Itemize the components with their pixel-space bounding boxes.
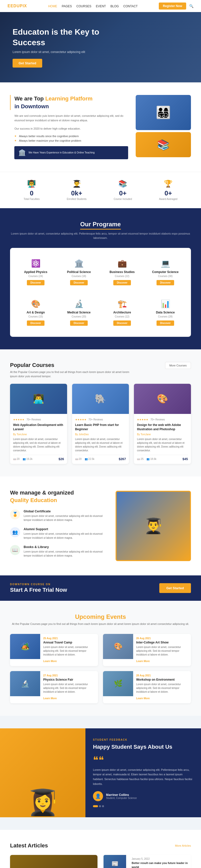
- cta-banner: DOWNTOWN COURSE ON Start A Free Trial No…: [0, 576, 201, 601]
- quality-section: We manage & organized Quality Education …: [0, 476, 201, 576]
- course-card-laravel: 👨‍💻 ★★★★★ 70+ Reviews Web Application De…: [10, 384, 67, 464]
- nav-blog[interactable]: BLOG: [110, 4, 119, 8]
- stat-number-awards: 0+: [159, 189, 177, 197]
- hero-section: Educaton is the Key to Success Lorem ips…: [0, 12, 201, 82]
- hero-subtitle: Lorem ipsum dolor sit amet, consectetur …: [12, 50, 113, 54]
- testimonial-image: 👩‍🎓: [0, 728, 85, 817]
- logo[interactable]: EEDUPIX: [7, 4, 27, 8]
- program-name-cs: Computer Science: [150, 270, 181, 274]
- program-card-medical: 🔬 Medical Science Courses (20) Discover: [59, 294, 98, 331]
- stat-icon-courses: 📚: [114, 180, 132, 188]
- programs-title: Our Programe: [10, 221, 191, 229]
- programs-section: Our Programe Lorem ipsum dolor sit amet,…: [0, 208, 201, 349]
- course-author-design: By TomJane: [137, 433, 188, 436]
- event-link-environment[interactable]: Learn More: [136, 697, 150, 700]
- program-discover-medical[interactable]: Discover: [70, 320, 88, 326]
- article-featured: 🏛️ January 5, 2022 Basic Component of Ad…: [10, 855, 97, 868]
- courses-header-left: Popular Courses At the Popular Courses p…: [10, 362, 136, 379]
- nav-courses[interactable]: COURSES: [76, 4, 91, 8]
- program-card-business: 💼 Business Studies Courses (22) Discover: [103, 254, 142, 290]
- program-discover-political[interactable]: Discover: [70, 280, 88, 285]
- course-reviews-laravel: 70+ Reviews: [26, 418, 41, 421]
- cta-button[interactable]: Get Started: [159, 583, 191, 593]
- course-price-laravel: $26: [59, 457, 64, 461]
- program-courses-physics: Courses (24): [20, 275, 51, 278]
- course-students-laravel: 👥 19.2k: [23, 458, 32, 460]
- program-discover-cs[interactable]: Discover: [156, 280, 174, 285]
- register-button[interactable]: Register Now: [159, 2, 186, 9]
- program-card-cs: 💻 Computer Science Courses (30) Discover: [146, 254, 185, 290]
- article-small-img-1: 📰: [104, 855, 126, 868]
- stat-faculties: 👨‍🏫 0 Total Faculties: [24, 180, 40, 200]
- program-name-architecture: Architecture: [107, 311, 138, 314]
- author-info: Marriner Collins Student, Computer Scien…: [106, 793, 137, 800]
- event-date-environment: 28 Aug 2021: [136, 674, 188, 677]
- course-img-design: 🎨: [134, 384, 191, 414]
- about-accent-bar: [10, 95, 10, 110]
- program-card-political: 🏛️ Political Science Courses (18) Discov…: [59, 254, 98, 290]
- program-discover-architecture[interactable]: Discover: [113, 320, 131, 326]
- quality-item-certificate: 🏅 Global Certificate Lorem ipsum dolor s…: [10, 509, 106, 522]
- program-name-art: Art & Design: [20, 311, 51, 314]
- cta-title: Start A Free Trial Now: [10, 587, 67, 593]
- stat-number-faculties: 0: [24, 189, 40, 197]
- course-img-php: 🐘: [72, 384, 129, 414]
- program-discover-art[interactable]: Discover: [27, 320, 45, 326]
- event-link-physics[interactable]: Learn More: [43, 697, 57, 700]
- event-link-travel[interactable]: Learn More: [43, 660, 57, 662]
- event-card-environment: 🌿 28 Aug 2021 Workshop on Environment Lo…: [103, 671, 191, 703]
- course-body-php: ★★★★★ 70+ Reviews Learn Basic PHP from s…: [72, 414, 129, 464]
- event-body-art: 26 Aug 2021 Inter-College Art Show Lorem…: [133, 634, 191, 666]
- experience-text: We Have Years Experience in Education & …: [28, 151, 94, 154]
- program-courses-art: Courses (15): [20, 315, 51, 318]
- stat-awards: 🏆 0+ Award Averaged: [159, 180, 177, 200]
- program-courses-data: Courses (28): [150, 315, 181, 318]
- hero-cta-button[interactable]: Get Started: [12, 59, 42, 68]
- articles-more[interactable]: More Articles: [175, 844, 191, 847]
- certificate-icon: 🏅: [10, 509, 20, 519]
- course-students-design: 👥 18.6k: [146, 458, 156, 460]
- article-feat-img: 🏛️: [10, 855, 97, 868]
- dot-3[interactable]: [102, 805, 104, 807]
- course-title-laravel: Web Application Development with Laravel: [13, 423, 64, 432]
- program-name-physics: Applied Physics: [20, 270, 51, 274]
- article-small-date-1: January 5, 2022: [132, 858, 189, 860]
- nav-pages[interactable]: PAGES: [62, 4, 72, 8]
- events-section: Upcoming Events At the Popular Courses p…: [0, 601, 201, 716]
- stat-courses: 📚 0+ Course Included: [114, 180, 132, 200]
- nav-links: HOME PAGES COURSES EVENT BLOG CONTACT: [48, 4, 138, 8]
- alumni-icon: 👥: [10, 527, 20, 537]
- about-list-item: Always better results since the cognitiv…: [14, 135, 128, 137]
- program-name-political: Political Science: [63, 270, 94, 274]
- events-subtitle: At the Popular Courses page you to find …: [10, 622, 191, 626]
- article-small-body-1: January 5, 2022 Better result can make y…: [129, 855, 191, 868]
- program-discover-business[interactable]: Discover: [113, 280, 131, 285]
- dot-2[interactable]: [99, 805, 101, 807]
- article-small-1: 📰 January 5, 2022 Better result can make…: [104, 855, 191, 868]
- articles-header: Latest Articles More Articles: [10, 842, 191, 849]
- nav-contact[interactable]: CONTACT: [123, 4, 138, 8]
- search-icon[interactable]: 🔍: [189, 4, 194, 8]
- course-body-design: ★★★★★ 70+ Reviews Design for the web wit…: [134, 414, 191, 464]
- event-title-environment: Workshop on Environment: [136, 678, 188, 681]
- more-courses-button[interactable]: More Courses: [165, 362, 191, 369]
- event-title-art: Inter-College Art Show: [136, 641, 188, 644]
- program-icon-medical: 🔬: [63, 299, 94, 308]
- quality-item-text-certificate: Global Certificate Lorem ipsum dolor sit…: [24, 509, 106, 522]
- course-reviews-php: 70+ Reviews: [88, 418, 103, 421]
- program-card-art: 🎨 Art & Design Courses (15) Discover: [16, 294, 55, 331]
- article-small-title-1: Better result can make you future leader…: [132, 861, 189, 868]
- navbar: EEDUPIX HOME PAGES COURSES EVENT BLOG CO…: [0, 0, 201, 12]
- program-courses-cs: Courses (30): [150, 275, 181, 278]
- event-link-art[interactable]: Learn More: [136, 660, 150, 662]
- course-card-php: 🐘 ★★★★★ 70+ Reviews Learn Basic PHP from…: [72, 384, 129, 464]
- program-discover-physics[interactable]: Discover: [27, 280, 45, 285]
- about-text-2: Our success in 2020 to deliver high coll…: [14, 126, 128, 131]
- program-card-physics: ⚛️ Applied Physics Courses (24) Discover: [16, 254, 55, 290]
- quality-item-text-alumni: Alumni Support Lorem ipsum dolor sit ame…: [24, 527, 106, 540]
- event-card-physics: 🔬 27 Aug 2021 Physics Science Fair Lorem…: [10, 671, 98, 703]
- nav-home[interactable]: HOME: [48, 4, 57, 8]
- nav-event[interactable]: EVENT: [96, 4, 106, 8]
- program-discover-data[interactable]: Discover: [156, 320, 174, 326]
- dot-1[interactable]: [93, 805, 98, 807]
